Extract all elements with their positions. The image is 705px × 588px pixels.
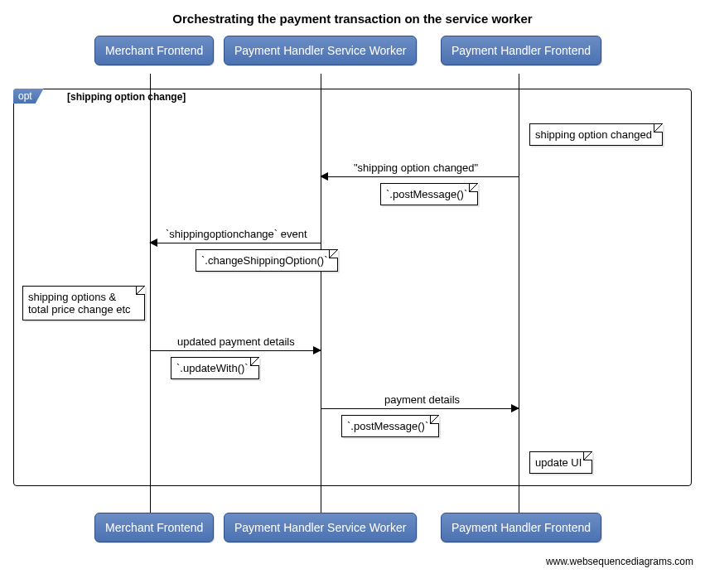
message-label-m4: payment details: [384, 393, 460, 406]
message-label-m3: updated payment details: [177, 335, 295, 348]
message-label-m2: `shippingoptionchange` event: [166, 228, 307, 240]
participant-frontend-bottom: Payment Handler Frontend: [441, 513, 601, 542]
arrow-m3: [150, 350, 321, 351]
sequence-stage: opt [shipping option change] shipping op…: [12, 74, 693, 513]
watermark: www.websequencediagrams.com: [12, 556, 693, 567]
note-price-change-line2: total price change etc: [28, 303, 131, 316]
note-update-ui: update UI: [529, 451, 592, 474]
note-shipping-option-changed: shipping option changed: [529, 123, 663, 146]
note-updatewith: `.updateWith()`: [171, 357, 259, 379]
note-postmessage-2: `.postMessage()`: [341, 415, 439, 437]
participant-frontend: Payment Handler Frontend: [441, 36, 601, 65]
opt-label: opt: [13, 89, 44, 104]
note-postmessage-1: `.postMessage()`: [380, 183, 478, 205]
arrow-m2: [150, 243, 321, 243]
diagram-title: Orchestrating the payment transaction on…: [12, 12, 693, 26]
participants-top: Merchant Frontend Payment Handler Servic…: [12, 36, 693, 74]
participants-bottom: Merchant Frontend Payment Handler Servic…: [12, 513, 693, 551]
participant-worker: Payment Handler Service Worker: [224, 36, 417, 65]
opt-guard: [shipping option change]: [67, 91, 186, 103]
arrow-m4: [321, 408, 519, 409]
participant-merchant: Merchant Frontend: [94, 36, 214, 65]
note-price-change: shipping options & total price change et…: [22, 286, 145, 321]
participant-worker-bottom: Payment Handler Service Worker: [224, 513, 417, 542]
note-price-change-line1: shipping options &: [28, 291, 116, 303]
arrow-m1: [321, 176, 519, 177]
note-change-shipping-option: `.changeShippingOption()`: [196, 249, 338, 272]
participant-merchant-bottom: Merchant Frontend: [94, 513, 214, 542]
message-label-m1: "shipping option changed": [354, 161, 478, 174]
